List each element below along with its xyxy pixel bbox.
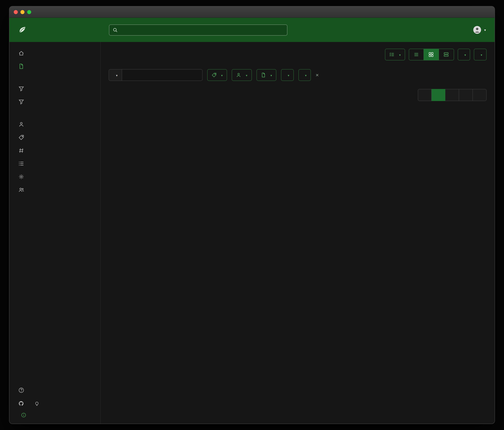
chevron-down-icon: ▾ — [116, 74, 117, 77]
lightbulb-icon — [34, 401, 40, 406]
paperless-logo-icon — [18, 26, 27, 34]
pagination-page-3[interactable] — [459, 89, 473, 101]
sidebar — [9, 42, 101, 424]
sidebar-item-documentation[interactable] — [9, 384, 100, 397]
window-titlebar — [9, 6, 495, 18]
sidebar-item-settings[interactable] — [9, 170, 100, 183]
sidebar-item-correspondents[interactable] — [9, 118, 100, 131]
sidebar-item-logs[interactable] — [9, 157, 100, 170]
list-check-icon — [389, 52, 395, 57]
window-close-button[interactable] — [14, 10, 18, 14]
correspondent-filter-button[interactable]: ▾ — [232, 69, 252, 81]
sidebar-item-document-types[interactable] — [9, 144, 100, 157]
user-menu[interactable]: ▾ — [473, 25, 486, 34]
main-content: ▾ — [101, 42, 495, 424]
person-icon — [18, 122, 24, 127]
sidebar-item-admin[interactable] — [9, 183, 100, 196]
app-window: ▾ — [9, 6, 495, 424]
chevron-down-icon: ▾ — [288, 74, 289, 77]
admin-users-icon — [18, 187, 24, 193]
info-circle-icon[interactable] — [21, 412, 26, 418]
tag-icon — [211, 73, 216, 77]
list-icon — [18, 161, 24, 167]
window-zoom-button[interactable] — [27, 10, 31, 14]
hash-icon — [18, 148, 24, 153]
window-controls — [14, 6, 31, 18]
documents-grid — [109, 108, 486, 122]
window-minimize-button[interactable] — [20, 10, 25, 14]
app-version — [9, 410, 100, 424]
sidebar-item-recently-added[interactable] — [9, 95, 100, 108]
app-brand[interactable] — [18, 26, 100, 34]
sidebar-item-inbox[interactable] — [9, 82, 100, 95]
pagination-page-2[interactable] — [445, 89, 459, 101]
screen: ▾ — [0, 0, 504, 430]
filter-funnel-icon — [18, 99, 24, 105]
title-content-input[interactable] — [122, 69, 202, 81]
search-icon — [113, 27, 118, 32]
chevron-down-icon: ▾ — [305, 74, 306, 77]
grid-view-icon — [429, 52, 434, 57]
list-view-button[interactable] — [409, 49, 424, 60]
views-button[interactable]: ▾ — [474, 49, 486, 60]
select-button[interactable]: ▾ — [385, 49, 405, 60]
detail-view-icon — [444, 52, 449, 57]
avatar-icon — [473, 25, 482, 34]
filter-funnel-icon — [18, 86, 24, 92]
chevron-down-icon: ▾ — [270, 74, 272, 77]
filter-bar: ▾ ▾ ▾ — [109, 69, 486, 81]
chevron-down-icon: ▾ — [399, 53, 401, 56]
title-content-dropdown[interactable]: ▾ — [109, 69, 122, 81]
github-icon — [18, 401, 24, 406]
detail-view-button[interactable] — [439, 49, 454, 60]
sidebar-item-documents[interactable] — [9, 60, 100, 73]
view-toggle-group — [409, 49, 454, 60]
document-type-filter-button[interactable]: ▾ — [256, 69, 276, 81]
tags-filter-button[interactable]: ▾ — [207, 69, 227, 81]
sidebar-item-tags[interactable] — [9, 131, 100, 144]
top-navbar: ▾ — [9, 18, 495, 42]
sidebar-info-section — [9, 377, 100, 424]
grid-view-button[interactable] — [424, 49, 439, 60]
sidebar-item-github[interactable] — [18, 401, 27, 406]
added-filter-button[interactable]: ▾ — [298, 69, 311, 81]
person-icon — [236, 73, 241, 77]
created-filter-button[interactable]: ▾ — [281, 69, 294, 81]
tag-icon — [18, 135, 24, 140]
close-icon: × — [315, 72, 319, 78]
chevron-down-icon: ▾ — [464, 53, 466, 56]
global-search — [109, 24, 287, 35]
question-circle-icon — [18, 387, 24, 393]
list-view-icon — [414, 52, 419, 57]
pagination-next[interactable] — [473, 89, 486, 101]
sort-button[interactable]: ▾ — [458, 49, 470, 60]
sidebar-item-suggest-idea[interactable] — [34, 401, 43, 406]
pagination-prev[interactable] — [418, 89, 432, 101]
chevron-down-icon: ▾ — [484, 28, 486, 32]
search-input[interactable] — [120, 27, 284, 33]
chevron-down-icon: ▾ — [246, 74, 247, 77]
dashboard-icon — [18, 50, 24, 56]
pagination — [418, 89, 486, 101]
sidebar-item-dashboard[interactable] — [9, 47, 100, 60]
reset-filters-button[interactable]: × — [315, 72, 321, 78]
documents-icon — [18, 64, 24, 69]
chevron-down-icon: ▾ — [481, 53, 482, 56]
chevron-down-icon: ▾ — [221, 74, 223, 77]
file-icon — [261, 73, 266, 77]
pagination-page-1[interactable] — [432, 89, 445, 101]
gear-icon — [18, 174, 24, 180]
